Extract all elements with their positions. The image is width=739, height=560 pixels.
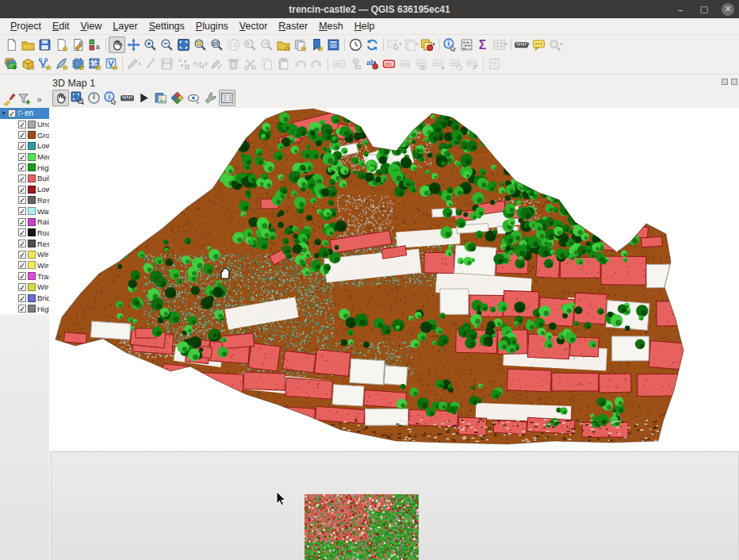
identify-features-button[interactable]: i bbox=[442, 36, 458, 53]
zoom-full-3d-button[interactable] bbox=[69, 90, 86, 106]
class-checkbox[interactable]: ✓ bbox=[18, 207, 26, 215]
delete-selected-button[interactable] bbox=[225, 56, 242, 72]
layer-class-row[interactable]: ✓Wire - Conductor bbox=[0, 260, 49, 271]
zoom-to-selection-button[interactable] bbox=[192, 36, 209, 53]
close-button[interactable]: ✕ bbox=[722, 3, 734, 16]
new-geojson-layer-button[interactable]: ★ bbox=[53, 56, 70, 72]
set-view-angle-button[interactable] bbox=[86, 90, 102, 106]
show-bookmarks-button[interactable]: ★ bbox=[292, 36, 308, 53]
animations-button[interactable] bbox=[136, 90, 152, 106]
add-record-button[interactable] bbox=[175, 56, 192, 72]
class-checkbox[interactable]: ✓ bbox=[18, 153, 26, 161]
class-checkbox[interactable]: ✓ bbox=[18, 131, 26, 139]
new-shapefile-layer-button[interactable]: ★ bbox=[36, 56, 53, 72]
move-label-button[interactable]: abc bbox=[431, 56, 447, 72]
labeling-toolbar-button[interactable]: ab bbox=[364, 56, 381, 72]
pin-unpin-labels-button[interactable]: abc bbox=[397, 56, 414, 72]
class-checkbox[interactable]: ✓ bbox=[18, 251, 26, 259]
class-checkbox[interactable]: ✓ bbox=[18, 294, 26, 302]
dock-3d-view-button[interactable] bbox=[219, 90, 235, 106]
zoom-in-button[interactable] bbox=[142, 36, 159, 53]
new-mesh-layer-button[interactable]: ★ bbox=[103, 56, 120, 72]
toggle-editing-button[interactable]: ▾ bbox=[125, 56, 142, 72]
class-checkbox[interactable]: ✓ bbox=[18, 186, 26, 194]
new-project-button[interactable] bbox=[3, 36, 20, 53]
maximize-button[interactable]: ▢ bbox=[698, 3, 710, 16]
layer-class-row[interactable]: ✓Water bbox=[0, 205, 49, 217]
layer-class-row[interactable]: ✓Rail bbox=[0, 217, 49, 228]
paste-features-button[interactable] bbox=[275, 56, 292, 72]
zoom-native-button[interactable]: 1:1 bbox=[225, 36, 242, 53]
layer-class-row[interactable]: ✓High Noise bbox=[0, 303, 49, 314]
configure-3d-button[interactable] bbox=[169, 90, 186, 106]
deselect-features-button[interactable]: ▾ bbox=[403, 36, 419, 53]
class-checkbox[interactable]: ✓ bbox=[18, 142, 26, 150]
statistical-summary-button[interactable] bbox=[458, 36, 475, 53]
class-checkbox[interactable]: ✓ bbox=[18, 121, 26, 128]
rotate-label-button[interactable]: abc bbox=[447, 56, 464, 72]
layer-diagram-button[interactable] bbox=[347, 56, 364, 72]
menu-raster[interactable]: Raster bbox=[273, 19, 313, 33]
minimize-button[interactable]: – bbox=[674, 3, 687, 16]
camera-options-button[interactable] bbox=[186, 90, 202, 106]
style-manager-button[interactable]: a bbox=[86, 36, 103, 53]
zoom-last-button[interactable] bbox=[242, 36, 258, 53]
show-hidden-labels-button[interactable]: abc bbox=[414, 56, 431, 72]
measure-line-3d-button[interactable] bbox=[119, 90, 136, 106]
select-features-button[interactable]: ▾ bbox=[386, 36, 403, 53]
new-bookmark-button[interactable]: ★ bbox=[275, 36, 292, 53]
more-tools-button[interactable]: » bbox=[32, 91, 47, 106]
refresh-map-button[interactable] bbox=[364, 36, 381, 53]
new-geopackage-layer-button[interactable]: ★ bbox=[20, 56, 36, 72]
class-checkbox[interactable]: ✓ bbox=[18, 283, 26, 291]
menu-vector[interactable]: Vector bbox=[234, 19, 273, 33]
layer-labeling-button[interactable]: abc bbox=[331, 56, 347, 72]
layer-checkbox[interactable]: ✓ bbox=[8, 109, 16, 117]
layer-item-pointcloud[interactable]: ▾✓en bbox=[0, 108, 49, 119]
class-checkbox[interactable]: ✓ bbox=[18, 272, 26, 280]
expand-arrow-icon[interactable]: ▾ bbox=[0, 109, 7, 117]
layer-class-row[interactable]: ✓Transmission Tower bbox=[0, 270, 49, 282]
zoom-out-button[interactable] bbox=[159, 36, 175, 53]
bookmark-manager-button[interactable] bbox=[325, 36, 342, 53]
pan-map-button[interactable] bbox=[109, 36, 125, 53]
menu-edit[interactable]: Edit bbox=[47, 19, 75, 33]
open-project-button[interactable] bbox=[20, 36, 36, 53]
menu-plugins[interactable]: Plugins bbox=[190, 19, 234, 33]
attribute-table-button[interactable]: ▾ bbox=[492, 36, 508, 53]
menu-layer[interactable]: Layer bbox=[107, 19, 143, 33]
data-source-manager-button[interactable] bbox=[3, 56, 20, 72]
new-temporary-scratch-layer-button[interactable]: ★ bbox=[70, 56, 86, 72]
help-contents-button[interactable]: ? bbox=[486, 56, 503, 72]
map3d-close-icon[interactable] bbox=[731, 79, 737, 85]
class-checkbox[interactable]: ✓ bbox=[18, 305, 26, 313]
layer-class-row[interactable]: ✓Reserved bbox=[0, 195, 49, 206]
menu-help[interactable]: Help bbox=[349, 19, 381, 33]
map3d-canvas[interactable] bbox=[49, 108, 739, 451]
project-properties-button[interactable] bbox=[70, 36, 86, 53]
map2d-canvas-panel[interactable] bbox=[51, 451, 739, 560]
layer-class-row[interactable]: ✓Building bbox=[0, 173, 49, 184]
select-by-form-button[interactable]: ▾ bbox=[419, 36, 436, 53]
layer-class-row[interactable]: ✓Wire-structure Connector bbox=[0, 282, 49, 293]
save-layer-edits-button[interactable] bbox=[159, 56, 175, 72]
class-checkbox[interactable]: ✓ bbox=[18, 163, 26, 171]
layer-class-row[interactable]: ✓High Vegetation bbox=[0, 162, 49, 173]
processing-search-button[interactable]: ▾ bbox=[547, 36, 564, 53]
open-layer-styling-button[interactable] bbox=[2, 91, 17, 106]
layer-class-row[interactable]: ✓Low Vegetation bbox=[0, 140, 49, 152]
temporal-controller-button[interactable] bbox=[347, 36, 364, 53]
layer-class-row[interactable]: ✓Medium Vegetation bbox=[0, 152, 49, 163]
class-checkbox[interactable]: ✓ bbox=[18, 261, 26, 269]
class-checkbox[interactable]: ✓ bbox=[18, 175, 26, 182]
menu-project[interactable]: Project bbox=[5, 19, 47, 33]
vertex-tool-button[interactable]: fx▾ bbox=[192, 56, 209, 72]
class-checkbox[interactable]: ✓ bbox=[18, 196, 26, 204]
layer-class-row[interactable]: ✓Ground bbox=[0, 129, 49, 140]
cut-features-button[interactable] bbox=[242, 56, 258, 72]
zoom-next-button[interactable] bbox=[258, 36, 275, 53]
zoom-to-layer-button[interactable] bbox=[209, 36, 225, 53]
save-as-image-button[interactable] bbox=[152, 90, 169, 106]
new-spatial-bookmark-button[interactable]: ★ bbox=[308, 36, 325, 53]
map3d-float-icon[interactable] bbox=[722, 79, 728, 85]
